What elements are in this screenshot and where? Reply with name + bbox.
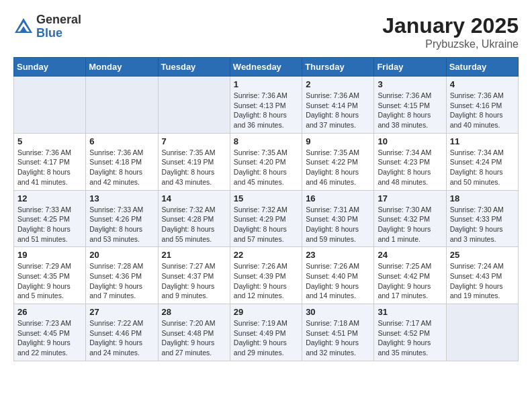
logo-general: General <box>36 13 81 27</box>
calendar-cell: 7Sunrise: 7:35 AM Sunset: 4:19 PM Daylig… <box>158 133 230 190</box>
day-number: 29 <box>234 307 298 317</box>
calendar-cell <box>158 77 230 134</box>
day-number: 14 <box>162 193 226 203</box>
day-info: Sunrise: 7:36 AM Sunset: 4:14 PM Dayligh… <box>306 91 370 130</box>
day-number: 28 <box>162 307 226 317</box>
day-info: Sunrise: 7:26 AM Sunset: 4:39 PM Dayligh… <box>234 261 298 301</box>
day-info: Sunrise: 7:23 AM Sunset: 4:45 PM Dayligh… <box>17 318 82 358</box>
day-number: 2 <box>306 79 370 89</box>
weekday-header-thursday: Thursday <box>302 58 374 77</box>
day-info: Sunrise: 7:22 AM Sunset: 4:46 PM Dayligh… <box>89 318 154 358</box>
day-info: Sunrise: 7:35 AM Sunset: 4:22 PM Dayligh… <box>306 148 370 187</box>
calendar-cell: 4Sunrise: 7:36 AM Sunset: 4:16 PM Daylig… <box>446 77 518 134</box>
day-number: 25 <box>450 250 515 260</box>
calendar-cell: 23Sunrise: 7:26 AM Sunset: 4:40 PM Dayli… <box>302 247 374 304</box>
calendar-cell: 28Sunrise: 7:20 AM Sunset: 4:48 PM Dayli… <box>158 304 230 361</box>
day-number: 27 <box>89 307 154 317</box>
day-info: Sunrise: 7:18 AM Sunset: 4:51 PM Dayligh… <box>306 318 370 358</box>
calendar-cell: 26Sunrise: 7:23 AM Sunset: 4:45 PM Dayli… <box>14 304 86 361</box>
day-number: 11 <box>450 136 515 146</box>
day-number: 22 <box>234 250 298 260</box>
calendar-cell: 31Sunrise: 7:17 AM Sunset: 4:52 PM Dayli… <box>374 304 446 361</box>
calendar-cell: 19Sunrise: 7:29 AM Sunset: 4:35 PM Dayli… <box>14 247 86 304</box>
day-number: 30 <box>306 307 370 317</box>
calendar-cell: 6Sunrise: 7:36 AM Sunset: 4:18 PM Daylig… <box>86 133 158 190</box>
calendar-cell: 2Sunrise: 7:36 AM Sunset: 4:14 PM Daylig… <box>302 77 374 134</box>
day-info: Sunrise: 7:36 AM Sunset: 4:13 PM Dayligh… <box>234 91 298 130</box>
day-number: 31 <box>378 307 442 317</box>
calendar-cell: 5Sunrise: 7:36 AM Sunset: 4:17 PM Daylig… <box>14 133 86 190</box>
calendar-cell: 24Sunrise: 7:25 AM Sunset: 4:42 PM Dayli… <box>374 247 446 304</box>
day-number: 18 <box>450 193 515 203</box>
calendar-cell: 16Sunrise: 7:31 AM Sunset: 4:30 PM Dayli… <box>302 190 374 247</box>
day-number: 17 <box>378 193 442 203</box>
calendar-cell: 11Sunrise: 7:34 AM Sunset: 4:24 PM Dayli… <box>446 133 518 190</box>
calendar-cell <box>14 77 86 134</box>
calendar-cell: 25Sunrise: 7:24 AM Sunset: 4:43 PM Dayli… <box>446 247 518 304</box>
logo-blue-text: Blue <box>36 27 81 40</box>
day-info: Sunrise: 7:34 AM Sunset: 4:24 PM Dayligh… <box>450 148 515 187</box>
calendar-cell: 1Sunrise: 7:36 AM Sunset: 4:13 PM Daylig… <box>230 77 302 134</box>
day-number: 6 <box>89 136 154 146</box>
day-info: Sunrise: 7:30 AM Sunset: 4:32 PM Dayligh… <box>378 205 442 244</box>
calendar-cell: 29Sunrise: 7:19 AM Sunset: 4:49 PM Dayli… <box>230 304 302 361</box>
calendar-cell: 20Sunrise: 7:28 AM Sunset: 4:36 PM Dayli… <box>86 247 158 304</box>
logo-text: General Blue <box>36 13 81 40</box>
calendar-cell: 14Sunrise: 7:32 AM Sunset: 4:28 PM Dayli… <box>158 190 230 247</box>
day-info: Sunrise: 7:29 AM Sunset: 4:35 PM Dayligh… <box>17 261 82 301</box>
calendar-week-row: 1Sunrise: 7:36 AM Sunset: 4:13 PM Daylig… <box>14 77 519 134</box>
day-number: 1 <box>234 79 298 89</box>
calendar-cell <box>446 304 518 361</box>
calendar-cell: 30Sunrise: 7:18 AM Sunset: 4:51 PM Dayli… <box>302 304 374 361</box>
day-info: Sunrise: 7:36 AM Sunset: 4:18 PM Dayligh… <box>89 148 154 187</box>
day-info: Sunrise: 7:36 AM Sunset: 4:15 PM Dayligh… <box>378 91 442 130</box>
calendar-cell: 13Sunrise: 7:33 AM Sunset: 4:26 PM Dayli… <box>86 190 158 247</box>
day-info: Sunrise: 7:27 AM Sunset: 4:37 PM Dayligh… <box>162 261 226 301</box>
day-info: Sunrise: 7:19 AM Sunset: 4:49 PM Dayligh… <box>234 318 298 358</box>
logo-icon <box>13 17 34 37</box>
day-number: 20 <box>89 250 154 260</box>
calendar-cell: 8Sunrise: 7:35 AM Sunset: 4:20 PM Daylig… <box>230 133 302 190</box>
day-info: Sunrise: 7:30 AM Sunset: 4:33 PM Dayligh… <box>450 205 515 244</box>
day-info: Sunrise: 7:33 AM Sunset: 4:26 PM Dayligh… <box>89 205 154 244</box>
day-info: Sunrise: 7:28 AM Sunset: 4:36 PM Dayligh… <box>89 261 154 301</box>
day-number: 26 <box>17 307 82 317</box>
weekday-header-wednesday: Wednesday <box>230 58 302 77</box>
location-title: Prybuzske, Ukraine <box>382 38 519 50</box>
page-header: General Blue January 2025 Prybuzske, Ukr… <box>13 13 519 50</box>
day-number: 15 <box>234 193 298 203</box>
calendar-cell: 21Sunrise: 7:27 AM Sunset: 4:37 PM Dayli… <box>158 247 230 304</box>
day-number: 24 <box>378 250 442 260</box>
day-info: Sunrise: 7:35 AM Sunset: 4:20 PM Dayligh… <box>234 148 298 187</box>
weekday-header-monday: Monday <box>86 58 158 77</box>
day-info: Sunrise: 7:32 AM Sunset: 4:29 PM Dayligh… <box>234 205 298 244</box>
day-number: 5 <box>17 136 82 146</box>
day-info: Sunrise: 7:20 AM Sunset: 4:48 PM Dayligh… <box>162 318 226 358</box>
day-info: Sunrise: 7:26 AM Sunset: 4:40 PM Dayligh… <box>306 261 370 301</box>
title-block: January 2025 Prybuzske, Ukraine <box>382 13 519 50</box>
month-title: January 2025 <box>382 13 519 38</box>
calendar-cell: 12Sunrise: 7:33 AM Sunset: 4:25 PM Dayli… <box>14 190 86 247</box>
day-number: 9 <box>306 136 370 146</box>
day-info: Sunrise: 7:31 AM Sunset: 4:30 PM Dayligh… <box>306 205 370 244</box>
day-info: Sunrise: 7:34 AM Sunset: 4:23 PM Dayligh… <box>378 148 442 187</box>
weekday-header-tuesday: Tuesday <box>158 58 230 77</box>
weekday-header-row: SundayMondayTuesdayWednesdayThursdayFrid… <box>14 58 519 77</box>
weekday-header-friday: Friday <box>374 58 446 77</box>
day-number: 12 <box>17 193 82 203</box>
calendar-week-row: 19Sunrise: 7:29 AM Sunset: 4:35 PM Dayli… <box>14 247 519 304</box>
day-number: 10 <box>378 136 442 146</box>
day-info: Sunrise: 7:35 AM Sunset: 4:19 PM Dayligh… <box>162 148 226 187</box>
day-number: 13 <box>89 193 154 203</box>
calendar-table: SundayMondayTuesdayWednesdayThursdayFrid… <box>13 57 519 361</box>
calendar-week-row: 12Sunrise: 7:33 AM Sunset: 4:25 PM Dayli… <box>14 190 519 247</box>
calendar-cell: 3Sunrise: 7:36 AM Sunset: 4:15 PM Daylig… <box>374 77 446 134</box>
day-info: Sunrise: 7:17 AM Sunset: 4:52 PM Dayligh… <box>378 318 442 358</box>
weekday-header-sunday: Sunday <box>14 58 86 77</box>
day-number: 23 <box>306 250 370 260</box>
calendar-week-row: 5Sunrise: 7:36 AM Sunset: 4:17 PM Daylig… <box>14 133 519 190</box>
calendar-cell: 15Sunrise: 7:32 AM Sunset: 4:29 PM Dayli… <box>230 190 302 247</box>
day-number: 4 <box>450 79 515 89</box>
day-number: 21 <box>162 250 226 260</box>
calendar-cell <box>86 77 158 134</box>
